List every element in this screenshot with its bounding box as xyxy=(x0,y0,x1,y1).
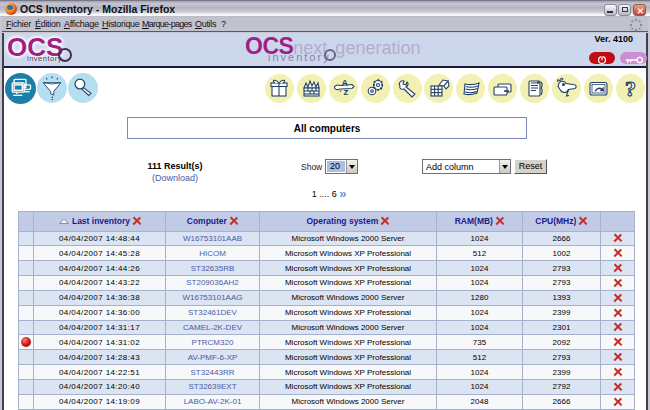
svg-text:Z: Z xyxy=(344,88,349,97)
svg-text:A: A xyxy=(342,78,349,88)
